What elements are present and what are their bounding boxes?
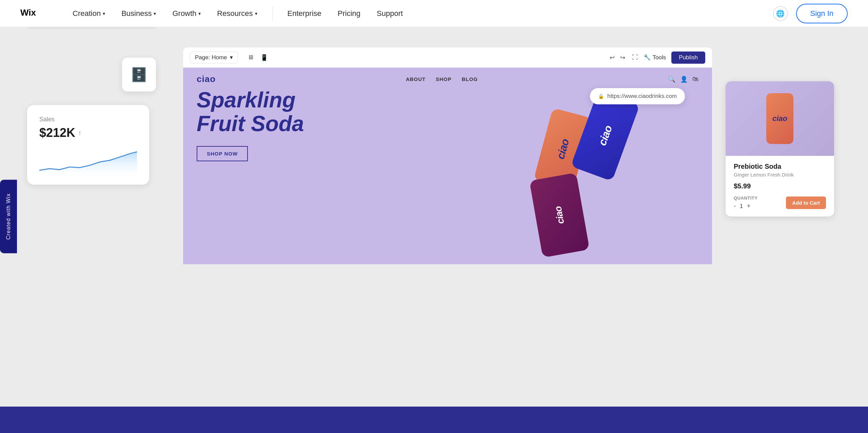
undo-redo-group: ↩ ↪ (608, 53, 627, 63)
toolbar-view-icons: 🖥 📱 (246, 53, 269, 63)
sales-amount: $212K ↑ (39, 126, 137, 140)
svg-text:Wix: Wix (20, 8, 36, 18)
nav-item-growth[interactable]: Growth (164, 0, 209, 27)
page-selector-chevron: ▾ (230, 54, 233, 61)
hero-title-line2: Fruit Soda (197, 111, 304, 136)
nav-right: 🌐 Sign In (773, 4, 848, 23)
tools-button[interactable]: 🔧 Tools (644, 54, 666, 61)
quantity-controls: - 1 + (734, 203, 757, 210)
sales-chart (39, 147, 137, 174)
nav-divider (272, 7, 273, 20)
preview-nav-icons: 🔍 👤 🛍 (668, 76, 698, 83)
preview-nav-links: ABOUT SHOP BLOG (406, 76, 478, 82)
sales-value: $212K (39, 126, 75, 140)
editor-toolbar: Page: Home ▾ 🖥 📱 ↩ ↪ ⛶ 🔧 Tools Publish (183, 47, 712, 68)
can-purple: ciao (529, 173, 590, 258)
product-description: Ginger Lemon Fresh Drink (734, 172, 826, 178)
product-can-image: ciao (766, 93, 793, 144)
product-price: $5.99 (734, 182, 826, 190)
main-area: 🗄️ Sales $212K ↑ (0, 27, 868, 407)
quantity-increase[interactable]: + (747, 203, 751, 210)
website-preview: ciao ciao ciao ciao ABOUT SHOP BLOG (183, 68, 712, 264)
product-name: Prebiotic Soda (734, 163, 826, 170)
shop-now-button[interactable]: SHOP NOW (197, 146, 248, 161)
nav-item-enterprise[interactable]: Enterprise (279, 9, 330, 18)
sign-in-button[interactable]: Sign In (796, 4, 848, 23)
url-text: https://www.ciaodrinks.com (607, 93, 677, 100)
preview-nav-blog[interactable]: BLOG (462, 76, 478, 82)
hero-title: Sparkling Fruit Soda (197, 88, 304, 136)
preview-site-logo: ciao (197, 74, 216, 84)
sales-label: Sales (39, 116, 137, 123)
nav-item-creation[interactable]: Creation (64, 0, 113, 27)
database-icon: 🗄️ (131, 67, 147, 83)
sales-card: Sales $212K ↑ (27, 105, 149, 185)
lock-icon: 🔒 (598, 94, 604, 99)
navbar: Wix Creation Business Growth Resources E… (0, 0, 868, 27)
redo-button[interactable]: ↪ (619, 53, 627, 63)
tools-label: Tools (653, 54, 666, 61)
nav-item-pricing[interactable]: Pricing (330, 9, 369, 18)
database-icon-card: 🗄️ (122, 58, 156, 91)
tools-icon: 🔧 (644, 54, 651, 61)
preview-search-icon[interactable]: 🔍 (668, 76, 675, 83)
product-info: Prebiotic Soda Ginger Lemon Fresh Drink … (726, 156, 834, 216)
preview-cart-icon[interactable]: 🛍 (692, 76, 698, 83)
page-selector-label: Page: Home (195, 54, 227, 61)
preview-nav-about[interactable]: ABOUT (406, 76, 426, 82)
desktop-view-icon[interactable]: 🖥 (246, 53, 255, 62)
quantity-label: QUANTITY (734, 195, 757, 201)
preview-nav: ciao ABOUT SHOP BLOG 🔍 👤 🛍 (183, 68, 712, 90)
product-quantity-row: QUANTITY - 1 + Add to Cart (734, 195, 826, 210)
left-panel: 🗄️ Sales $212K ↑ (27, 47, 170, 68)
right-panel: ciao Prebiotic Soda Ginger Lemon Fresh D… (726, 47, 841, 216)
nav-menu: Creation Business Growth Resources Enter… (64, 0, 773, 27)
sales-trend-icon: ↑ (78, 129, 81, 137)
nav-item-support[interactable]: Support (369, 9, 411, 18)
page-selector[interactable]: Page: Home ▾ (190, 51, 238, 63)
product-image: ciao (726, 81, 834, 156)
product-card: ciao Prebiotic Soda Ginger Lemon Fresh D… (726, 81, 834, 216)
quantity-value: 1 (740, 203, 743, 209)
add-to-cart-button[interactable]: Add to Cart (786, 197, 826, 209)
toolbar-right: ↩ ↪ ⛶ 🔧 Tools Publish (608, 51, 705, 64)
mobile-view-icon[interactable]: 📱 (259, 53, 269, 63)
fullscreen-button[interactable]: ⛶ (632, 54, 638, 61)
wix-logo[interactable]: Wix (20, 8, 44, 19)
url-bar-overlay: 🔒 https://www.ciaodrinks.com (590, 88, 685, 104)
preview-nav-shop[interactable]: SHOP (436, 76, 452, 82)
language-selector[interactable]: 🌐 (773, 6, 788, 21)
created-with-wix-label: Created with Wix (0, 180, 17, 253)
preview-hero: Sparkling Fruit Soda SHOP NOW (197, 88, 304, 161)
undo-button[interactable]: ↩ (608, 53, 616, 63)
footer-bar (0, 407, 868, 433)
publish-button[interactable]: Publish (671, 51, 705, 64)
nav-item-business[interactable]: Business (113, 0, 164, 27)
editor-panel: Page: Home ▾ 🖥 📱 ↩ ↪ ⛶ 🔧 Tools Publish (183, 47, 712, 264)
quantity-decrease[interactable]: - (734, 203, 736, 210)
nav-item-resources[interactable]: Resources (209, 0, 265, 27)
hero-title-line1: Sparkling (197, 88, 296, 112)
preview-user-icon[interactable]: 👤 (680, 76, 688, 83)
